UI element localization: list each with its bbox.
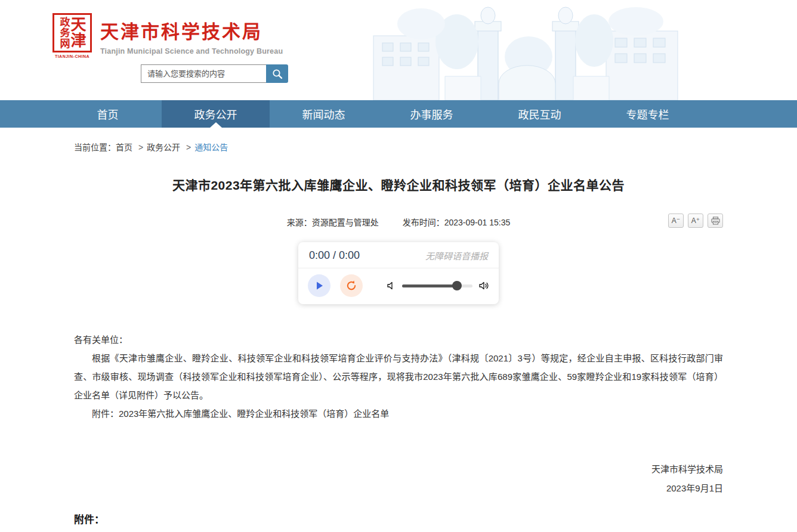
search-bar	[141, 64, 288, 83]
breadcrumb-section-link[interactable]: 政务公开	[147, 143, 180, 152]
replay-button[interactable]	[340, 274, 363, 297]
font-increase-button[interactable]: A⁺	[688, 214, 703, 228]
accessibility-audio-player: 0:00 / 0:00 无障碍语音播报	[298, 242, 499, 304]
seal-caption: TIANJIN-CHINA	[55, 54, 89, 58]
seal-char-2: 津	[70, 33, 86, 49]
page-header: 政务网 天 津 TIANJIN-CHINA 天津市科学技术局 Tianjin M…	[0, 0, 797, 100]
nav-item-services[interactable]: 办事服务	[378, 100, 486, 128]
header-building-art	[350, 0, 702, 100]
printer-icon	[711, 216, 720, 225]
announcement-paragraph: 根据《天津市雏鹰企业、瞪羚企业、科技领军企业和科技领军培育企业评价与支持办法》（…	[74, 349, 723, 404]
play-icon	[314, 280, 325, 291]
font-decrease-button[interactable]: A⁻	[668, 214, 684, 228]
publish-time: 2023-09-01 15:35	[444, 218, 511, 227]
nav-item-interaction[interactable]: 政民互动	[486, 100, 594, 128]
signature-org: 天津市科学技术局	[74, 460, 723, 479]
article-meta-row: 来源：资源配置与管理处发布时间：2023-09-01 15:35 A⁻ A⁺	[74, 212, 723, 230]
breadcrumb: 当前位置：首页 >政务公开 >通知公告	[74, 128, 723, 159]
volume-slider[interactable]	[402, 284, 472, 287]
site-subtitle: Tianjin Municipal Science and Technology…	[100, 47, 283, 55]
search-icon	[271, 68, 283, 80]
article-title: 天津市2023年第六批入库雏鹰企业、瞪羚企业和科技领军（培育）企业名单公告	[74, 175, 723, 193]
breadcrumb-separator: >	[186, 143, 191, 152]
breadcrumb-separator: >	[138, 143, 143, 152]
publish-label: 发布时间：	[403, 218, 444, 227]
nav-item-topics[interactable]: 专题专栏	[594, 100, 702, 128]
volume-slider-fill	[402, 284, 457, 287]
player-caption: 无障碍语音播报	[425, 249, 488, 262]
volume-down-icon[interactable]	[387, 281, 396, 290]
volume-controls	[387, 281, 489, 290]
source-label: 来源：	[287, 218, 312, 227]
salutation: 各有关单位：	[74, 330, 723, 349]
nav-item-news[interactable]: 新闻动态	[270, 100, 378, 128]
player-time: 0:00 / 0:00	[309, 249, 360, 262]
attachments-heading: 附件：	[74, 511, 723, 526]
seal-char-1: 天	[70, 17, 86, 33]
signature-block: 天津市科学技术局 2023年9月1日	[74, 460, 723, 498]
site-title: 天津市科学技术局	[100, 17, 283, 44]
volume-slider-thumb[interactable]	[452, 281, 462, 290]
site-brand: 政务网 天 津 TIANJIN-CHINA 天津市科学技术局 Tianjin M…	[52, 13, 283, 58]
seal-left-text: 政务网	[58, 17, 69, 49]
print-button[interactable]	[708, 214, 723, 228]
nav-item-gov-affairs[interactable]: 政务公开	[162, 100, 270, 128]
breadcrumb-current-link[interactable]: 通知公告	[194, 143, 228, 152]
breadcrumb-label: 当前位置：	[74, 143, 116, 152]
attachments-section: 附件： 2023年第六批入库雏鹰企业、瞪羚企业和科技领军（培育）企业名单	[74, 511, 723, 532]
search-input[interactable]	[141, 64, 266, 83]
nav-item-home[interactable]: 首页	[54, 100, 162, 128]
article-meta: 来源：资源配置与管理处发布时间：2023-09-01 15:35	[74, 212, 723, 228]
article-body: 各有关单位： 根据《天津市雏鹰企业、瞪羚企业、科技领军企业和科技领军培育企业评价…	[74, 330, 723, 423]
search-button[interactable]	[266, 64, 288, 83]
attachment-reference-line: 附件：2023年第六批入库雏鹰企业、瞪羚企业和科技领军（培育）企业名单	[74, 404, 723, 423]
article: 天津市2023年第六批入库雏鹰企业、瞪羚企业和科技领军（培育）企业名单公告 来源…	[74, 175, 723, 532]
tianjin-seal-icon: 政务网 天 津	[52, 13, 92, 52]
font-tools: A⁻ A⁺	[668, 214, 723, 228]
signature-date: 2023年9月1日	[74, 479, 723, 498]
breadcrumb-home-link[interactable]: 首页	[116, 143, 132, 152]
play-button[interactable]	[308, 274, 330, 297]
site-logo: 政务网 天 津 TIANJIN-CHINA	[52, 13, 92, 58]
replay-loop-icon	[345, 280, 357, 292]
main-nav: 首页 政务公开 新闻动态 办事服务 政民互动 专题专栏	[0, 100, 797, 128]
source-value: 资源配置与管理处	[312, 218, 379, 227]
volume-up-icon[interactable]	[478, 281, 489, 290]
